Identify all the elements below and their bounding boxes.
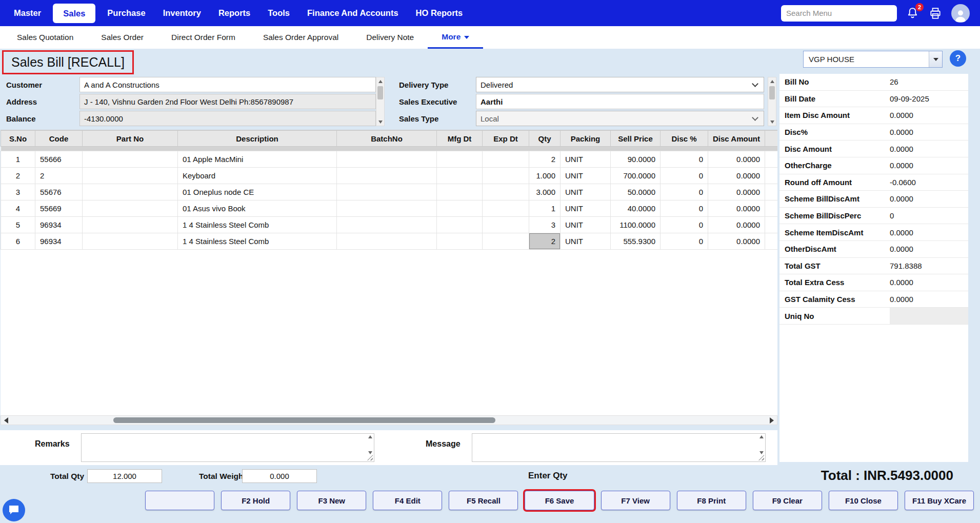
cell-batchno[interactable] [337,200,437,217]
tab-sales-quotation[interactable]: Sales Quotation [3,26,87,49]
f9-clear-button[interactable]: F9 Clear [753,491,822,510]
cell-expdt[interactable] [483,233,529,250]
cell-packing[interactable]: UNIT [561,217,611,233]
nav-item-ho-reports[interactable]: HO Reports [407,0,472,26]
cell-description[interactable]: 01 Asus vivo Book [178,200,337,217]
scrollbar-thumb[interactable] [769,86,775,99]
cell-code[interactable]: 2 [35,168,83,184]
f11-buy-xcare-button[interactable]: F11 Buy XCare [905,491,974,510]
scroll-left-button[interactable] [1,416,11,425]
cell-partno[interactable] [83,168,178,184]
grid-horizontal-scrollbar[interactable] [1,415,777,425]
cell-discamount[interactable]: 0.0000 [708,151,765,168]
cell-sellprice[interactable]: 555.9300 [611,233,661,250]
cell-sellprice[interactable]: 700.0000 [611,168,661,184]
f2-hold-button[interactable]: F2 Hold [221,491,290,510]
cell-code[interactable]: 96934 [35,233,83,250]
address-field[interactable]: J - 140, Vishnu Garden 2nd Floor West De… [79,94,376,109]
cell-discperc[interactable]: 0 [661,168,708,184]
nav-item-inventory[interactable]: Inventory [154,0,210,26]
nav-item-sales[interactable]: Sales [53,4,95,23]
nav-item-master[interactable]: Master [5,0,50,26]
sales-type-select[interactable]: Local [476,111,764,126]
cell-expdt[interactable] [483,200,529,217]
cell-sno[interactable]: 1 [1,151,35,168]
cell-sellprice[interactable]: 50.0000 [611,184,661,200]
cell-discperc[interactable]: 0 [661,151,708,168]
cell-qty[interactable]: 3.000 [529,184,561,200]
tab-direct-order-form[interactable]: Direct Order Form [157,26,249,49]
cell-batchno[interactable] [337,151,437,168]
resize-grip-icon[interactable] [758,455,764,460]
cell-description[interactable]: Keyboard [178,168,337,184]
cell-mfgdt[interactable] [437,233,483,250]
cell-discperc[interactable]: 0 [661,233,708,250]
message-textarea[interactable] [472,433,766,462]
branch-select[interactable]: VGP HOUSE [803,51,943,68]
chat-launcher[interactable] [3,499,25,521]
cell-code[interactable]: 55676 [35,184,83,200]
cell-description[interactable]: 1 4 Stainless Steel Comb [178,233,337,250]
cell-description[interactable]: 01 Apple MacMini [178,151,337,168]
delivery-type-select[interactable]: Delivered [476,77,764,92]
total-qty-field[interactable] [87,469,162,483]
scrollbar-thumb[interactable] [377,86,383,99]
blank-button[interactable] [145,491,214,510]
remarks-textarea[interactable] [81,433,374,462]
cell-packing[interactable]: UNIT [561,233,611,250]
cell-packing[interactable]: UNIT [561,200,611,217]
help-button[interactable]: ? [950,50,966,67]
total-weight-field[interactable] [242,469,317,483]
f8-print-button[interactable]: F8 Print [677,491,746,510]
cell-discamount[interactable]: 0.0000 [708,184,765,200]
notifications-button[interactable]: 2 [906,7,919,20]
cell-description[interactable]: 1 4 Stainless Steel Comb [178,217,337,233]
search-input[interactable] [781,5,897,22]
cell-packing[interactable]: UNIT [561,168,611,184]
cell-qty[interactable]: 1.000 [529,168,561,184]
cell-mfgdt[interactable] [437,151,483,168]
cell-sno[interactable]: 2 [1,168,35,184]
sales-executive-field[interactable]: Aarthi [476,94,764,109]
customer-field[interactable]: A and A Constructions [79,77,376,92]
cell-code[interactable]: 55666 [35,151,83,168]
scrollbar-thumb[interactable] [113,417,495,423]
cell-qty[interactable]: 2 [529,151,561,168]
cell-code[interactable]: 96934 [35,217,83,233]
nav-item-purchase[interactable]: Purchase [98,0,154,26]
print-button[interactable] [929,7,942,20]
cell-expdt[interactable] [483,168,529,184]
balance-field[interactable]: -4130.0000 [79,111,376,126]
scroll-up-button[interactable] [376,77,384,85]
f7-view-button[interactable]: F7 View [601,491,670,510]
customer-panel-scrollbar[interactable] [376,77,385,126]
cell-partno[interactable] [83,151,178,168]
nav-item-reports[interactable]: Reports [210,0,259,26]
cell-expdt[interactable] [483,151,529,168]
cell-sno[interactable]: 5 [1,217,35,233]
cell-mfgdt[interactable] [437,217,483,233]
f4-edit-button[interactable]: F4 Edit [373,491,442,510]
cell-discperc[interactable]: 0 [661,184,708,200]
cell-discamount[interactable]: 0.0000 [708,200,765,217]
scroll-down-button[interactable] [376,118,384,126]
f10-close-button[interactable]: F10 Close [829,491,898,510]
nav-item-finance-and-accounts[interactable]: Finance And Accounts [298,0,407,26]
f5-recall-button[interactable]: F5 Recall [449,491,518,510]
cell-mfgdt[interactable] [437,184,483,200]
cell-discamount[interactable]: 0.0000 [708,217,765,233]
cell-code[interactable]: 55669 [35,200,83,217]
cell-sellprice[interactable]: 1100.0000 [611,217,661,233]
f3-new-button[interactable]: F3 New [297,491,366,510]
cell-partno[interactable] [83,184,178,200]
cell-packing[interactable]: UNIT [561,184,611,200]
cell-sellprice[interactable]: 90.0000 [611,151,661,168]
cell-sno[interactable]: 4 [1,200,35,217]
cell-packing[interactable]: UNIT [561,151,611,168]
avatar[interactable] [951,4,970,23]
cell-qty[interactable]: 1 [529,200,561,217]
cell-mfgdt[interactable] [437,200,483,217]
cell-batchno[interactable] [337,233,437,250]
tab-delivery-note[interactable]: Delivery Note [352,26,428,49]
cell-discperc[interactable]: 0 [661,217,708,233]
